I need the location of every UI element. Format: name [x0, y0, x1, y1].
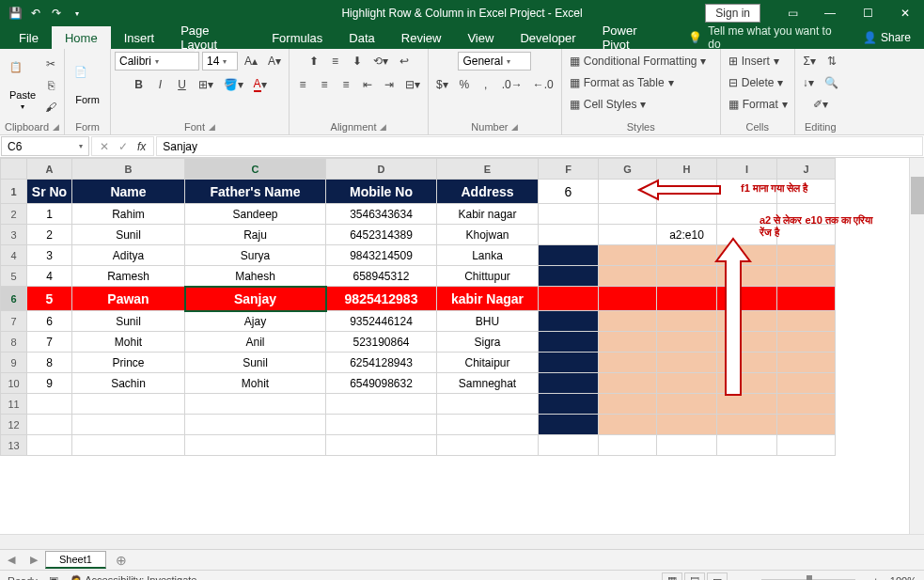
fill-color-button[interactable]: 🪣▾	[220, 75, 247, 94]
cell-H13[interactable]	[657, 435, 717, 456]
share-button[interactable]: 👤 Share	[850, 26, 924, 49]
cell-B11[interactable]	[72, 394, 185, 415]
row-header-5[interactable]: 5	[1, 266, 27, 287]
cell-D8[interactable]: 523190864	[326, 332, 437, 353]
macro-record-icon[interactable]: ▣	[49, 574, 58, 580]
align-top-button[interactable]: ⬆	[305, 52, 323, 71]
sheet-tab-active[interactable]: Sheet1	[45, 551, 106, 569]
insert-cells-button[interactable]: ⊞Insert▾	[725, 52, 791, 71]
cell-B1[interactable]: Name	[72, 180, 185, 204]
cell-J13[interactable]	[777, 435, 836, 456]
cell-B10[interactable]: Sachin	[72, 373, 185, 394]
cell-J6[interactable]	[777, 287, 836, 311]
decrease-indent-button[interactable]: ⇤	[358, 75, 377, 94]
cell-E10[interactable]: Samneghat	[437, 373, 539, 394]
cell-C9[interactable]: Sunil	[185, 353, 326, 373]
cell-D7[interactable]: 9352446124	[326, 311, 437, 332]
cell-B9[interactable]: Prince	[72, 353, 185, 373]
cell-C12[interactable]	[185, 415, 326, 435]
row-header-2[interactable]: 2	[1, 204, 27, 225]
italic-button[interactable]: I	[151, 75, 170, 94]
cell-F11[interactable]	[539, 394, 599, 415]
wrap-text-button[interactable]: ↩	[395, 52, 414, 71]
row-header-4[interactable]: 4	[1, 245, 27, 266]
horizontal-scrollbar[interactable]	[0, 534, 924, 549]
row-header-1[interactable]: 1	[1, 180, 27, 204]
cell-C7[interactable]: Ajay	[185, 311, 326, 332]
decrease-font-button[interactable]: A▾	[264, 52, 285, 71]
cell-A7[interactable]: 6	[27, 311, 72, 332]
font-size-combo[interactable]: 14▾	[202, 52, 238, 71]
cell-F3[interactable]	[539, 225, 599, 245]
cell-E4[interactable]: Lanka	[437, 245, 539, 266]
cut-button[interactable]: ✂	[41, 55, 60, 73]
cell-D3[interactable]: 6452314389	[326, 225, 437, 245]
align-left-button[interactable]: ≡	[293, 75, 312, 94]
cell-J12[interactable]	[777, 415, 836, 435]
cell-G6[interactable]	[599, 287, 657, 311]
sheet-nav-prev[interactable]: ◀	[0, 554, 23, 566]
cell-E8[interactable]: Sigra	[437, 332, 539, 353]
autosum-button[interactable]: Σ▾	[800, 52, 820, 71]
cell-B5[interactable]: Ramesh	[72, 266, 185, 287]
cell-B3[interactable]: Sunil	[72, 225, 185, 245]
number-format-combo[interactable]: General▾	[458, 52, 531, 71]
cell-A12[interactable]	[27, 415, 72, 435]
cell-G5[interactable]	[599, 266, 657, 287]
cell-G2[interactable]	[599, 204, 657, 225]
align-bottom-button[interactable]: ⬇	[348, 52, 367, 71]
cell-A4[interactable]: 3	[27, 245, 72, 266]
increase-font-button[interactable]: A▴	[241, 52, 261, 71]
font-name-combo[interactable]: Calibri▾	[115, 52, 199, 71]
cell-C13[interactable]	[185, 435, 326, 456]
cell-J5[interactable]	[777, 266, 836, 287]
cell-E3[interactable]: Khojwan	[437, 225, 539, 245]
cell-A6[interactable]: 5	[27, 287, 72, 311]
format-painter-button[interactable]: 🖌	[41, 98, 60, 117]
format-cells-button[interactable]: ▦Format▾	[725, 95, 791, 114]
col-header-A[interactable]: A	[27, 159, 72, 180]
col-header-H[interactable]: H	[657, 159, 717, 180]
cell-H12[interactable]	[657, 415, 717, 435]
cell-C1[interactable]: Father's Name	[185, 180, 326, 204]
cell-B12[interactable]	[72, 415, 185, 435]
cell-J11[interactable]	[777, 394, 836, 415]
cell-C11[interactable]	[185, 394, 326, 415]
add-sheet-button[interactable]: ⊕	[106, 553, 136, 568]
cell-B8[interactable]: Mohit	[72, 332, 185, 353]
fill-button[interactable]: ↓▾	[799, 73, 818, 92]
cell-H5[interactable]	[657, 266, 717, 287]
cell-E11[interactable]	[437, 394, 539, 415]
cell-B2[interactable]: Rahim	[72, 204, 185, 225]
cell-H6[interactable]	[657, 287, 717, 311]
cancel-formula-icon[interactable]: ✕	[100, 140, 109, 153]
cell-A1[interactable]: Sr No	[27, 180, 72, 204]
cell-D10[interactable]: 6549098632	[326, 373, 437, 394]
cell-G8[interactable]	[599, 332, 657, 353]
cell-I12[interactable]	[717, 415, 777, 435]
cell-B13[interactable]	[72, 435, 185, 456]
view-page-layout-button[interactable]: ▤	[684, 572, 705, 581]
cell-E2[interactable]: Kabir nagar	[437, 204, 539, 225]
cell-H11[interactable]	[657, 394, 717, 415]
cell-A10[interactable]: 9	[27, 373, 72, 394]
cell-A8[interactable]: 7	[27, 332, 72, 353]
zoom-level[interactable]: 100%	[890, 575, 916, 581]
paste-button[interactable]: 📋 Paste ▾	[4, 59, 41, 113]
save-icon[interactable]: 💾	[8, 6, 23, 21]
cell-G3[interactable]	[599, 225, 657, 245]
cell-G10[interactable]	[599, 373, 657, 394]
cell-F5[interactable]	[539, 266, 599, 287]
cell-D6[interactable]: 9825412983	[326, 287, 437, 311]
borders-button[interactable]: ⊞▾	[195, 75, 217, 94]
tab-power-pivot[interactable]: Power Pivot	[589, 26, 678, 49]
cell-C8[interactable]: Anil	[185, 332, 326, 353]
cell-F10[interactable]	[539, 373, 599, 394]
ribbon-display-icon[interactable]: ▭	[774, 0, 811, 26]
cell-F8[interactable]	[539, 332, 599, 353]
vertical-scrollbar[interactable]	[909, 158, 924, 534]
form-button[interactable]: 📄 Form	[69, 64, 106, 107]
row-header-10[interactable]: 10	[1, 373, 27, 394]
enter-formula-icon[interactable]: ✓	[118, 140, 128, 153]
tab-page-layout[interactable]: Page Layout	[167, 26, 258, 49]
